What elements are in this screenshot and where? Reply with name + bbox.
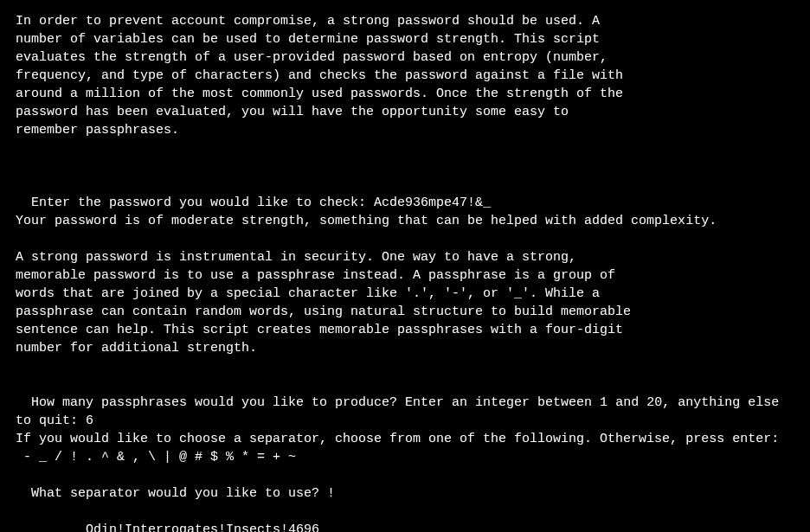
passphrase-intro-paragraph: A strong password is instrumental in sec… — [16, 248, 794, 357]
password-prompt-line: Enter the password you would like to che… — [16, 176, 794, 212]
count-prompt-label: How many passphrases would you like to p… — [16, 395, 787, 428]
password-prompt-label: Enter the password you would like to che… — [31, 195, 374, 210]
intro-line: In order to prevent account compromise, … — [16, 12, 794, 30]
intro-line: password has been evaluated, you will ha… — [16, 103, 794, 121]
intro-line: remember passphrases. — [16, 121, 794, 139]
passphrase-intro-line: A strong password is instrumental in sec… — [16, 248, 794, 266]
intro-line: number of variables can be used to deter… — [16, 30, 794, 48]
separator-instruction: If you would like to choose a separator,… — [16, 430, 794, 448]
separator-input[interactable]: ! — [327, 486, 335, 501]
intro-line: evaluates the strength of a user-provide… — [16, 48, 794, 67]
passphrase-intro-line: sentence can help. This script creates m… — [16, 321, 794, 339]
passphrase-results: Odin!Interrogates!Insects!4696 Slade!Cra… — [16, 521, 794, 532]
password-input[interactable]: Acde936mpe47!& — [374, 195, 491, 210]
separator-prompt-line: What separator would you like to use? ! — [16, 466, 794, 503]
count-prompt-line: How many passphrases would you like to p… — [16, 375, 794, 430]
intro-paragraph: In order to prevent account compromise, … — [16, 12, 794, 139]
password-result: Your password is of moderate strength, s… — [16, 212, 794, 230]
count-input[interactable]: 6 — [86, 413, 93, 428]
separator-options: - _ / ! . ^ & , \ | @ # $ % * = + ~ — [16, 448, 794, 466]
passphrase-intro-line: words that are joined by a special chara… — [16, 285, 794, 303]
separator-prompt-label: What separator would you like to use? — [31, 486, 327, 501]
intro-line: frequency, and type of characters) and c… — [16, 67, 794, 85]
intro-line: around a million of the most commonly us… — [16, 85, 794, 103]
passphrase-intro-line: passphrase can contain random words, usi… — [16, 303, 794, 321]
passphrase-intro-line: number for additional strength. — [16, 339, 794, 357]
passphrase-result-item: Odin!Interrogates!Insects!4696 — [16, 521, 794, 532]
passphrase-intro-line: memorable password is to use a passphras… — [16, 266, 794, 285]
